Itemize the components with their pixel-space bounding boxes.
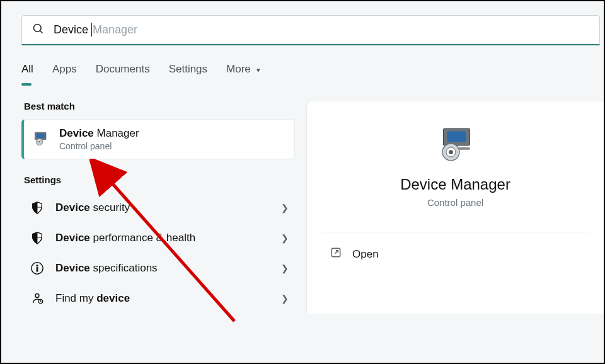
search-typed-text: Device: [54, 23, 91, 35]
svg-rect-3: [37, 134, 45, 138]
best-match-result[interactable]: Device Manager Control panel: [21, 119, 295, 159]
device-manager-large-icon: [433, 127, 478, 164]
svg-rect-9: [37, 268, 38, 271]
chevron-down-icon: ▾: [256, 66, 260, 74]
best-match-subtitle: Control panel: [59, 141, 139, 151]
settings-item-label: Device performance & health: [55, 232, 195, 244]
settings-item-label: Device security: [55, 202, 130, 214]
svg-point-10: [35, 293, 39, 297]
chevron-right-icon: ❯: [281, 293, 289, 304]
settings-heading: Settings: [21, 174, 302, 185]
open-external-icon: [330, 246, 342, 262]
search-input[interactable]: Device Manager: [54, 23, 137, 38]
search-ghost-text: Manager: [93, 23, 137, 35]
settings-item-device-security[interactable]: Device security ❯: [21, 193, 295, 223]
best-match-heading: Best match: [21, 101, 302, 111]
filter-tab-apps[interactable]: Apps: [52, 63, 77, 79]
device-manager-icon: [33, 132, 50, 147]
settings-item-device-performance[interactable]: Device performance & health ❯: [21, 223, 295, 253]
svg-point-16: [449, 150, 453, 154]
shield-icon: [30, 231, 44, 245]
svg-rect-17: [458, 147, 470, 150]
search-bar[interactable]: Device Manager: [21, 15, 600, 45]
chevron-right-icon: ❯: [281, 263, 289, 273]
svg-point-0: [34, 24, 42, 31]
shield-icon: [30, 201, 44, 215]
filter-tab-all[interactable]: All: [21, 63, 33, 79]
settings-item-find-my-device[interactable]: Find my device ❯: [21, 283, 295, 314]
svg-point-8: [37, 265, 38, 266]
chevron-right-icon: ❯: [281, 233, 289, 243]
search-filter-tabs: All Apps Documents Settings More ▾: [21, 63, 604, 79]
svg-rect-13: [447, 132, 466, 142]
text-caret: [91, 23, 92, 37]
settings-item-device-specifications[interactable]: Device specifications ❯: [21, 253, 295, 283]
filter-tab-documents[interactable]: Documents: [96, 63, 150, 79]
location-person-icon: [30, 292, 44, 305]
detail-panel: Device Manager Control panel Open: [306, 101, 604, 314]
filter-tab-more-label: More: [226, 63, 251, 75]
svg-point-6: [38, 141, 40, 143]
settings-item-label: Find my device: [55, 292, 130, 305]
chevron-right-icon: ❯: [281, 203, 289, 213]
search-icon: [32, 23, 45, 38]
filter-tab-more[interactable]: More ▾: [226, 63, 260, 79]
open-action[interactable]: Open: [307, 232, 604, 262]
detail-title: Device Manager: [307, 176, 604, 193]
detail-subtitle: Control panel: [307, 197, 604, 208]
best-match-title: Device Manager: [59, 127, 139, 140]
settings-item-label: Device specifications: [55, 262, 158, 275]
open-label: Open: [352, 248, 379, 261]
info-icon: [30, 261, 44, 275]
results-panel: Best match Device Manager Control: [1, 101, 302, 314]
svg-line-1: [40, 30, 43, 33]
filter-tab-settings[interactable]: Settings: [169, 63, 207, 79]
